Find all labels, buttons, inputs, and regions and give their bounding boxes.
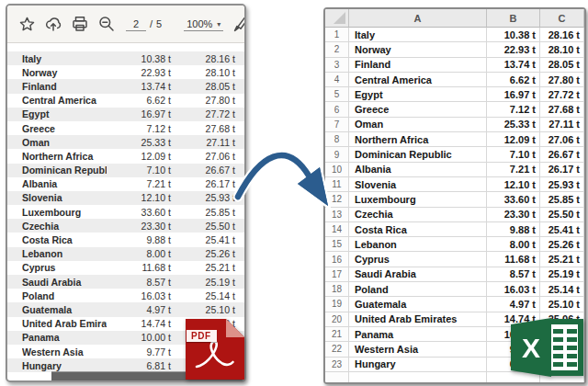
spreadsheet-cell[interactable]: 26.67 t	[540, 147, 584, 162]
zoom-level-dropdown[interactable]: 100% ▾	[184, 17, 223, 31]
pdf-row-value-2: 28.10 t	[171, 67, 235, 78]
row-number[interactable]: 4	[325, 73, 349, 87]
spreadsheet-cell[interactable]: Western Asia	[349, 342, 487, 357]
spreadsheet-cell[interactable]: Hungary	[349, 358, 487, 372]
row-number[interactable]: 7	[325, 118, 349, 132]
spreadsheet-cell[interactable]: Italy	[349, 28, 487, 42]
spreadsheet-cell[interactable]: 22.93 t	[487, 42, 540, 57]
cloud-upload-icon[interactable]	[44, 14, 62, 34]
spreadsheet-cell[interactable]: Poland	[349, 282, 487, 297]
row-number[interactable]: 2	[325, 42, 349, 57]
spreadsheet-cell[interactable]: Dominican Republic	[349, 147, 487, 162]
spreadsheet-cell[interactable]: 25.50 t	[540, 208, 584, 222]
spreadsheet-cell[interactable]: 25.10 t	[540, 297, 584, 312]
spreadsheet-cell[interactable]: Albania	[349, 163, 487, 177]
spreadsheet-cell[interactable]: Panama	[349, 327, 487, 342]
spreadsheet-cell[interactable]: 16.97 t	[487, 87, 540, 102]
spreadsheet-cell[interactable]: 13.74 t	[487, 58, 540, 73]
spreadsheet-cell[interactable]	[325, 372, 349, 384]
row-number[interactable]: 12	[325, 192, 349, 207]
spreadsheet-cell[interactable]: 8.00 t	[487, 237, 540, 252]
spreadsheet-cell[interactable]: Central America	[349, 73, 487, 87]
row-number[interactable]: 3	[325, 58, 349, 73]
row-number[interactable]: 9	[325, 147, 349, 162]
spreadsheet-cell[interactable]: 6.62 t	[487, 73, 540, 87]
spreadsheet-cell[interactable]: Norway	[349, 42, 487, 57]
column-header-a[interactable]: A	[349, 9, 487, 28]
spreadsheet-cell[interactable]: 28.10 t	[540, 42, 584, 57]
row-number[interactable]: 23	[325, 358, 349, 372]
spreadsheet-cell[interactable]: Egypt	[349, 87, 487, 102]
row-number[interactable]: 22	[325, 342, 349, 357]
spreadsheet-cell[interactable]: Guatemala	[349, 297, 487, 312]
spreadsheet-cell[interactable]: 27.80 t	[540, 73, 584, 87]
spreadsheet-cell[interactable]: Luxembourg	[349, 192, 487, 207]
spreadsheet-cell[interactable]: Finland	[349, 58, 487, 73]
spreadsheet-cell[interactable]: 7.10 t	[487, 147, 540, 162]
spreadsheet-cell[interactable]: 12.09 t	[487, 132, 540, 147]
row-number[interactable]: 14	[325, 222, 349, 237]
spreadsheet-cell[interactable]: Czechia	[349, 208, 487, 222]
spreadsheet-cell[interactable]: 11.68 t	[487, 252, 540, 267]
spreadsheet-cell[interactable]	[349, 372, 487, 384]
row-number[interactable]: 11	[325, 177, 349, 192]
spreadsheet-cell[interactable]: 12.10 t	[487, 177, 540, 192]
spreadsheet-cell[interactable]: Greece	[349, 102, 487, 117]
row-number[interactable]: 21	[325, 327, 349, 342]
spreadsheet-cell[interactable]: United Arab Emirates	[349, 312, 487, 327]
spreadsheet-cell[interactable]: 25.21 t	[540, 252, 584, 267]
spreadsheet-cell[interactable]: 25.26 t	[540, 237, 584, 252]
spreadsheet-cell[interactable]: Northern Africa	[349, 132, 487, 147]
row-number[interactable]: 18	[325, 282, 349, 297]
row-number[interactable]: 16	[325, 252, 349, 267]
spreadsheet-cell[interactable]: 27.68 t	[540, 102, 584, 117]
row-number[interactable]: 5	[325, 87, 349, 102]
star-icon[interactable]	[18, 14, 36, 34]
spreadsheet-cell[interactable]: 25.33 t	[487, 118, 540, 132]
fill-sign-pen-icon[interactable]	[232, 14, 246, 34]
spreadsheet-cell[interactable]: Slovenia	[349, 177, 487, 192]
spreadsheet-cell[interactable]: 28.16 t	[540, 28, 584, 42]
spreadsheet-cell[interactable]: 23.30 t	[487, 208, 540, 222]
print-icon[interactable]	[71, 14, 89, 34]
row-number[interactable]: 1	[325, 28, 349, 42]
spreadsheet-cell[interactable]: Costa Rica	[349, 222, 487, 237]
row-number[interactable]: 15	[325, 237, 349, 252]
row-number[interactable]: 20	[325, 312, 349, 327]
spreadsheet-cell[interactable]: 25.93 t	[540, 177, 584, 192]
spreadsheet-cell[interactable]: 9.88 t	[487, 222, 540, 237]
spreadsheet-cell[interactable]: Saudi Arabia	[349, 267, 487, 282]
pdf-table-row: Oman25.33 t27.11 t	[7, 135, 244, 149]
spreadsheet-cell[interactable]: 7.12 t	[487, 102, 540, 117]
spreadsheet-cell[interactable]: Oman	[349, 118, 487, 132]
spreadsheet-cell[interactable]: 4.97 t	[487, 297, 540, 312]
spreadsheet-cell[interactable]: Lebanon	[349, 237, 487, 252]
spreadsheet-cell[interactable]: 25.19 t	[540, 267, 584, 282]
spreadsheet-cell[interactable]: 27.06 t	[540, 132, 584, 147]
spreadsheet-cell[interactable]: 16.03 t	[487, 282, 540, 297]
row-number[interactable]: 10	[325, 163, 349, 177]
spreadsheet-cell[interactable]: 28.05 t	[540, 58, 584, 73]
row-number[interactable]: 13	[325, 208, 349, 222]
spreadsheet-cell[interactable]: 27.72 t	[540, 87, 584, 102]
page-number-input[interactable]: 2	[126, 17, 146, 31]
spreadsheet-cell[interactable]: 25.85 t	[540, 192, 584, 207]
column-header-b[interactable]: B	[487, 9, 540, 28]
pdf-row-value-2: 27.72 t	[171, 108, 235, 119]
spreadsheet-cell[interactable]: 10.38 t	[487, 28, 540, 42]
spreadsheet-cell[interactable]: 8.57 t	[487, 267, 540, 282]
spreadsheet-cell[interactable]: 27.11 t	[540, 118, 584, 132]
spreadsheet-cell[interactable]: 7.21 t	[487, 163, 540, 177]
spreadsheet-cell[interactable]: 26.17 t	[540, 163, 584, 177]
spreadsheet-cell[interactable]: 25.14 t	[540, 282, 584, 297]
row-number[interactable]: 8	[325, 132, 349, 147]
select-all-corner[interactable]	[325, 9, 349, 28]
row-number[interactable]: 17	[325, 267, 349, 282]
row-number[interactable]: 6	[325, 102, 349, 117]
spreadsheet-cell[interactable]: 33.60 t	[487, 192, 540, 207]
spreadsheet-cell[interactable]: 25.41 t	[540, 222, 584, 237]
zoom-out-icon[interactable]	[97, 14, 116, 34]
spreadsheet-cell[interactable]: Cyprus	[349, 252, 487, 267]
column-header-c[interactable]: C	[540, 9, 584, 28]
row-number[interactable]: 19	[325, 297, 349, 312]
